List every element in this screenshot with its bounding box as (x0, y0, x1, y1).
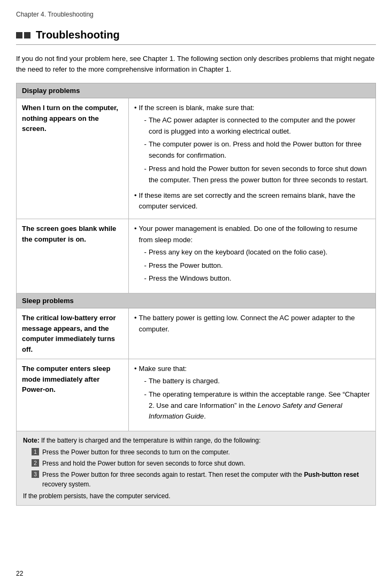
display-solution-1-sub-1: - The AC power adapter is connected to t… (144, 115, 370, 137)
step-3-badge: 3 (32, 470, 39, 478)
display-problem-row-2: The screen goes blank while the computer… (17, 219, 376, 293)
sleep-solution-1-item-1-text: The battery power is getting low. Connec… (139, 313, 370, 335)
page-number: 22 (16, 570, 23, 577)
display-solution-1-item-1-text: If the screen is blank, make sure that: … (139, 103, 370, 188)
display-solution-1-sub-3: - Press and hold the Power button for se… (144, 164, 370, 186)
display-solution-1-item-2-text: If these items are set correctly and the… (139, 190, 370, 213)
sleep-solution-1-item-1: • The battery power is getting low. Conn… (134, 313, 370, 335)
note-footer: If the problem persists, have the comput… (23, 491, 369, 501)
display-solution-2-sub-ul: - Press any key on the keyboard (located… (144, 247, 370, 284)
sleep-problems-header: Sleep problems (17, 293, 376, 308)
bullet-3: • (134, 223, 137, 287)
note-text: If the battery is charged and the temper… (41, 437, 260, 444)
sleep-solution-2-sub-1: - The battery is charged. (144, 376, 370, 387)
sleep-solution-1-list: • The battery power is getting low. Conn… (134, 313, 370, 335)
sleep-solution-2-sub-ul: - The battery is charged. - The operatin… (144, 376, 370, 422)
display-problems-header: Display problems (17, 83, 376, 98)
section-icons (16, 32, 30, 38)
main-table: Display problems When I turn on the comp… (16, 83, 376, 506)
chapter-header-text: Chapter 4. Troubleshooting (16, 11, 94, 18)
step-1-badge: 1 (32, 448, 39, 455)
display-solution-2: • Your power management is enabled. Do o… (129, 219, 376, 293)
display-solution-2-item-1-text: Your power management is enabled. Do one… (139, 223, 370, 287)
intro-text: If you do not find your problem here, se… (16, 53, 376, 74)
note-step-2-text: Press and hold the Power button for seve… (42, 459, 245, 468)
icon-square-1 (16, 32, 22, 38)
display-solution-2-item-1: • Your power management is enabled. Do o… (134, 223, 370, 287)
icon-square-2 (24, 32, 30, 38)
sleep-problem-2-text: The computer enters sleep mode immediate… (17, 359, 129, 431)
section-title: Troubleshooting (36, 29, 120, 41)
sleep-solution-2-sub-2-text: The operating temperature is within the … (149, 389, 370, 422)
note-label: Note: (23, 437, 40, 444)
display-problem-1-label: When I turn on the computer, nothing app… (22, 104, 118, 133)
display-solution-1-item-1: • If the screen is blank, make sure that… (134, 103, 370, 188)
sleep-solution-2-item-1-text: Make sure that: - The battery is charged… (139, 363, 370, 424)
note-step-1: 1 Press the Power button for three secon… (32, 447, 369, 457)
display-problems-header-row: Display problems (17, 83, 376, 98)
note-step-3: 3 Press the Power button for three secon… (32, 470, 369, 489)
display-problem-row-1: When I turn on the computer, nothing app… (17, 98, 376, 219)
step-2-badge: 2 (32, 459, 39, 467)
note-step-2: 2 Press and hold the Power button for se… (32, 459, 369, 468)
note-row: Note: If the battery is charged and the … (17, 431, 376, 506)
display-solution-2-sub-3: - Press the Windows button. (144, 273, 370, 284)
display-solution-1-list: • If the screen is blank, make sure that… (134, 103, 370, 212)
display-solution-1-sublist: - The AC power adapter is connected to t… (144, 115, 370, 186)
bullet-4: • (134, 313, 137, 335)
sleep-solution-1: • The battery power is getting low. Conn… (129, 308, 376, 359)
sleep-problem-1-text: The critical low-battery error message a… (17, 308, 129, 359)
display-solution-1-sub-ul: - The AC power adapter is connected to t… (144, 115, 370, 186)
bullet-5: • (134, 363, 137, 424)
display-solution-2-sub-1: - Press any key on the keyboard (located… (144, 247, 370, 258)
chapter-header: Chapter 4. Troubleshooting (16, 11, 376, 18)
display-solution-2-sub-2: - Press the Power button. (144, 260, 370, 272)
display-solution-2-sublist: - Press any key on the keyboard (located… (144, 247, 370, 284)
display-problem-1-text: When I turn on the computer, nothing app… (17, 98, 129, 219)
section-title-container: Troubleshooting (16, 29, 376, 45)
note-step-1-text: Press the Power button for three seconds… (42, 447, 230, 457)
display-problem-2-label: The screen goes blank while the computer… (22, 225, 116, 243)
sleep-problem-2-label: The computer enters sleep mode immediate… (22, 365, 110, 393)
sleep-solution-2-list: • Make sure that: - The battery is charg… (134, 363, 370, 424)
sleep-solution-2-item-1: • Make sure that: - The battery is charg… (134, 363, 370, 424)
display-solution-2-list: • Your power management is enabled. Do o… (134, 223, 370, 287)
display-solution-1-item-2: • If these items are set correctly and t… (134, 190, 370, 213)
note-cell: Note: If the battery is charged and the … (17, 431, 376, 506)
sleep-problem-row-1: The critical low-battery error message a… (17, 308, 376, 359)
sleep-problems-header-row: Sleep problems (17, 293, 376, 308)
display-problem-2-text: The screen goes blank while the computer… (17, 219, 129, 293)
sleep-solution-2: • Make sure that: - The battery is charg… (129, 359, 376, 431)
sleep-problem-row-2: The computer enters sleep mode immediate… (17, 359, 376, 431)
bullet-2: • (134, 190, 137, 213)
display-solution-1-sub-2: - The computer power is on. Press and ho… (144, 139, 370, 161)
sleep-solution-2-sub-2: - The operating temperature is within th… (144, 389, 370, 422)
sleep-problem-1-label: The critical low-battery error message a… (22, 314, 116, 353)
display-solution-1: • If the screen is blank, make sure that… (129, 98, 376, 219)
note-steps-list: 1 Press the Power button for three secon… (32, 447, 369, 489)
sleep-solution-2-sublist: - The battery is charged. - The operatin… (144, 376, 370, 422)
bullet-1: • (134, 103, 137, 188)
note-step-3-text: Press the Power button for three seconds… (42, 470, 369, 489)
